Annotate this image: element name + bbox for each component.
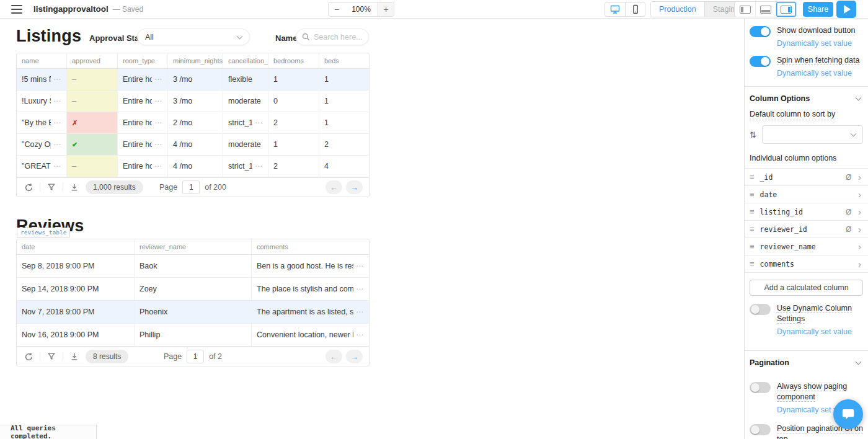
table-row[interactable]: !5 mins fron⋯ – Entire home⋯ 3 /mo flexi… xyxy=(17,69,369,91)
column-header[interactable]: reviewer_name xyxy=(135,239,252,254)
page-input[interactable] xyxy=(187,350,204,363)
table-row[interactable]: "GREAT LOC⋯ – Entire home⋯ 4 /mo strict_… xyxy=(17,156,369,177)
refresh-button[interactable] xyxy=(23,182,34,193)
table-row[interactable]: !Luxury Stu⋯ – Entire home⋯ 3 /mo modera… xyxy=(17,91,369,112)
previous-page-button[interactable]: ← xyxy=(326,180,342,194)
ellipsis-icon[interactable]: ⋯ xyxy=(356,330,364,339)
cell-approved: ✗ xyxy=(72,119,78,127)
column-item-reviewer_id[interactable]: ≡ reviewer_id Ø› xyxy=(745,221,868,238)
ellipsis-icon[interactable]: ⋯ xyxy=(255,118,263,127)
ellipsis-icon[interactable]: ⋯ xyxy=(53,97,61,105)
column-header[interactable]: date xyxy=(17,239,135,254)
column-header[interactable]: bedrooms xyxy=(268,53,319,68)
dynamic-value-link[interactable]: Dynamically set value xyxy=(777,39,855,48)
section-pagination[interactable]: Pagination xyxy=(745,351,868,373)
cell-cancellation-policy: flexible xyxy=(228,75,252,84)
ellipsis-icon[interactable]: ⋯ xyxy=(154,97,162,105)
previous-page-button[interactable]: ← xyxy=(326,350,342,363)
drag-handle-icon[interactable]: ≡ xyxy=(750,224,755,234)
hamburger-menu-icon[interactable] xyxy=(11,5,22,14)
toggle-right-panel-button[interactable] xyxy=(776,2,796,17)
table-row[interactable]: "Cozy Oper⋯ ✔ Entire home⋯ 4 /mo moderat… xyxy=(17,134,369,156)
page-input[interactable] xyxy=(182,180,200,194)
table-row[interactable]: Sep 14, 2018 9:00 PM Zoey The place is s… xyxy=(17,278,369,301)
ellipsis-icon[interactable]: ⋯ xyxy=(53,75,61,84)
add-calculated-column-button[interactable]: Add a calculated column xyxy=(750,280,863,296)
default-sort-select[interactable] xyxy=(762,125,863,144)
environment-production-button[interactable]: Production xyxy=(651,2,704,17)
drag-handle-icon[interactable]: ≡ xyxy=(750,259,755,268)
ellipsis-icon[interactable]: ⋯ xyxy=(356,308,364,316)
toggle-left-panel-button[interactable] xyxy=(735,2,755,17)
table-row[interactable]: "By the Bay⋯ ✗ Entire home⋯ 2 /mo strict… xyxy=(17,112,369,134)
column-item-comments[interactable]: ≡ comments › xyxy=(745,255,868,273)
approval-status-select[interactable]: All xyxy=(137,29,250,45)
hidden-eye-icon[interactable]: Ø xyxy=(846,225,851,234)
table-row[interactable]: Nov 16, 2018 9:00 PM Phillip Convenient … xyxy=(17,324,369,347)
chat-button[interactable] xyxy=(833,399,863,429)
zoom-in-button[interactable]: + xyxy=(378,2,394,16)
ellipsis-icon[interactable]: ⋯ xyxy=(154,162,162,171)
share-button[interactable]: Share xyxy=(803,2,833,17)
ellipsis-icon[interactable]: ⋯ xyxy=(53,140,61,149)
hidden-eye-icon[interactable]: Ø xyxy=(846,208,851,216)
refresh-button[interactable] xyxy=(23,351,34,362)
filter-button[interactable] xyxy=(46,351,57,362)
column-header[interactable]: beds xyxy=(319,53,369,68)
run-button[interactable] xyxy=(836,1,856,18)
column-item-listing_id[interactable]: ≡ listing_id Ø› xyxy=(745,203,868,221)
filter-button[interactable] xyxy=(46,182,57,193)
cell-bedrooms: 1 xyxy=(273,140,278,149)
dynamic-value-link[interactable]: Dynamically set value xyxy=(777,69,859,78)
dynamic-value-link[interactable]: Dynamically set value xyxy=(777,327,863,337)
ellipsis-icon[interactable]: ⋯ xyxy=(356,262,364,270)
cell-cancellation-policy: moderate xyxy=(228,97,261,105)
column-header[interactable]: minimum_nights xyxy=(168,53,223,68)
column-header[interactable]: cancellation_poli... xyxy=(223,53,268,68)
toggle-bottom-panel-button[interactable] xyxy=(755,2,776,17)
chevron-down-icon xyxy=(237,33,243,39)
column-item-_id[interactable]: ≡ _id Ø› xyxy=(745,169,868,186)
component-tag[interactable]: reviews_table xyxy=(17,228,70,237)
download-button[interactable] xyxy=(69,351,80,362)
ellipsis-icon[interactable]: ⋯ xyxy=(154,118,162,127)
column-header[interactable]: comments xyxy=(252,239,369,254)
toggle-switch[interactable] xyxy=(750,304,771,315)
toggle-switch[interactable] xyxy=(750,382,771,393)
ellipsis-icon[interactable]: ⋯ xyxy=(53,162,61,171)
desktop-preview-button[interactable] xyxy=(605,2,625,16)
drag-handle-icon[interactable]: ≡ xyxy=(750,207,755,216)
cell-reviewer-name: Phillip xyxy=(140,330,160,339)
column-item-date[interactable]: ≡ date › xyxy=(745,186,868,203)
mobile-preview-button[interactable] xyxy=(625,2,645,16)
ellipsis-icon[interactable]: ⋯ xyxy=(154,140,162,149)
column-item-reviewer_name[interactable]: ≡ reviewer_name › xyxy=(745,238,868,255)
drag-handle-icon[interactable]: ≡ xyxy=(750,190,755,199)
filter-icon xyxy=(47,352,56,361)
toggle-switch[interactable] xyxy=(750,56,771,67)
download-button[interactable] xyxy=(69,182,80,193)
section-column-options[interactable]: Column Options xyxy=(745,87,868,109)
ellipsis-icon[interactable]: ⋯ xyxy=(356,285,364,293)
column-header[interactable]: room_type xyxy=(118,53,168,68)
zoom-out-button[interactable]: − xyxy=(329,2,345,16)
table-row[interactable]: Sep 8, 2018 9:00 PM Baok Ben is a good h… xyxy=(17,255,369,278)
drag-handle-icon[interactable]: ≡ xyxy=(750,172,755,182)
ellipsis-icon[interactable]: ⋯ xyxy=(53,118,61,127)
cell-comments: The apartment is as listed, sunny and xyxy=(257,308,353,316)
toggle-switch[interactable] xyxy=(750,26,771,37)
setting-label: Show download button xyxy=(777,26,855,35)
column-header[interactable]: approved xyxy=(67,53,118,68)
table-row[interactable]: Nov 7, 2018 9:00 PM Phoenix The apartmen… xyxy=(17,301,369,324)
next-page-button[interactable]: → xyxy=(346,180,363,194)
next-page-button[interactable]: → xyxy=(346,350,363,363)
toggle-switch[interactable] xyxy=(750,424,771,435)
column-header[interactable]: name xyxy=(17,53,67,68)
reviews-table-footer: 8 results Page of 2 ← → xyxy=(17,347,369,366)
ellipsis-icon[interactable]: ⋯ xyxy=(255,162,263,171)
name-search-input[interactable] xyxy=(314,33,363,42)
drag-handle-icon[interactable]: ≡ xyxy=(750,242,755,251)
hidden-eye-icon[interactable]: Ø xyxy=(846,173,851,182)
ellipsis-icon[interactable]: ⋯ xyxy=(154,75,162,84)
default-sort-row: ⇅ xyxy=(745,124,868,150)
